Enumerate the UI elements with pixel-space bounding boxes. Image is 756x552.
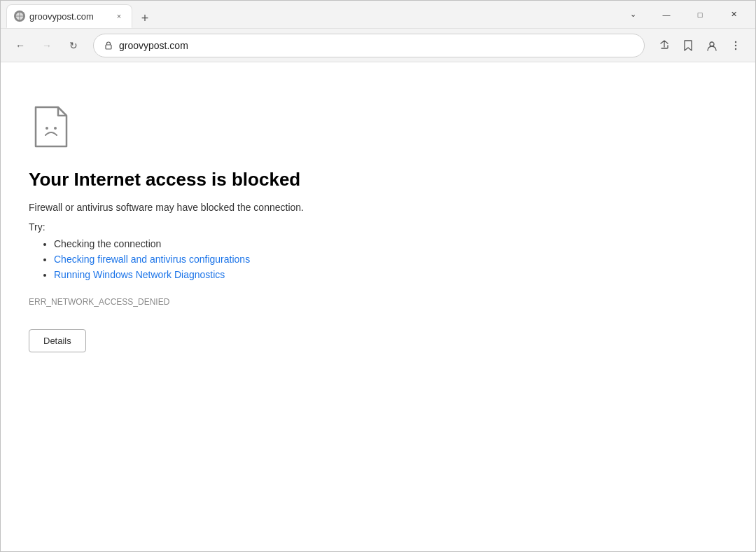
menu-button[interactable] bbox=[724, 34, 747, 57]
new-tab-button[interactable]: + bbox=[135, 8, 155, 28]
forward-button[interactable]: → bbox=[36, 34, 58, 57]
list-item: Checking the connection bbox=[54, 238, 727, 249]
svg-point-6 bbox=[735, 41, 736, 42]
chevron-button[interactable]: ⌄ bbox=[617, 4, 649, 26]
firewall-link[interactable]: Checking firewall and antivirus configur… bbox=[54, 254, 250, 265]
error-subtitle: Firewall or antivirus software may have … bbox=[29, 202, 727, 213]
tab-area: groovypost.com × + bbox=[6, 1, 617, 28]
tab-title-text: groovypost.com bbox=[29, 11, 109, 22]
page-content: Your Internet access is blocked Firewall… bbox=[1, 62, 755, 551]
address-bar[interactable]: groovypost.com bbox=[93, 34, 645, 57]
tab-favicon bbox=[14, 11, 25, 22]
profile-button[interactable] bbox=[701, 34, 723, 57]
tab-close-button[interactable]: × bbox=[113, 11, 125, 22]
try-label: Try: bbox=[29, 221, 727, 233]
active-tab[interactable]: groovypost.com × bbox=[6, 4, 132, 28]
nav-action-buttons bbox=[653, 34, 747, 57]
suggestion-text: Checking the connection bbox=[54, 238, 161, 249]
url-text: groovypost.com bbox=[119, 40, 634, 51]
svg-point-5 bbox=[710, 42, 714, 46]
bookmark-button[interactable] bbox=[677, 34, 699, 57]
back-button[interactable]: ← bbox=[9, 34, 31, 57]
error-title: Your Internet access is blocked bbox=[29, 169, 727, 191]
navigation-bar: ← → ↻ groovypost.com bbox=[1, 29, 755, 62]
diagnostics-link[interactable]: Running Windows Network Diagnostics bbox=[54, 269, 225, 280]
lock-icon bbox=[104, 41, 113, 50]
svg-point-8 bbox=[735, 48, 736, 49]
svg-point-9 bbox=[46, 127, 48, 130]
svg-marker-4 bbox=[685, 41, 692, 50]
browser-window: groovypost.com × + ⌄ — □ ✕ ← → ↻ groovyp… bbox=[0, 0, 756, 552]
window-controls: ⌄ — □ ✕ bbox=[617, 4, 750, 26]
suggestions-list: Checking the connection Checking firewal… bbox=[29, 238, 727, 280]
reload-button[interactable]: ↻ bbox=[62, 34, 85, 57]
minimize-button[interactable]: — bbox=[650, 4, 682, 26]
svg-point-7 bbox=[735, 44, 736, 46]
details-button[interactable]: Details bbox=[29, 329, 86, 352]
list-item: Checking firewall and antivirus configur… bbox=[54, 254, 727, 265]
close-button[interactable]: ✕ bbox=[718, 4, 750, 26]
error-icon bbox=[29, 104, 74, 149]
list-item: Running Windows Network Diagnostics bbox=[54, 269, 727, 280]
error-code: ERR_NETWORK_ACCESS_DENIED bbox=[29, 297, 727, 307]
share-button[interactable] bbox=[653, 34, 676, 57]
title-bar: groovypost.com × + ⌄ — □ ✕ bbox=[1, 1, 755, 29]
svg-point-10 bbox=[54, 127, 57, 130]
maximize-button[interactable]: □ bbox=[684, 4, 716, 26]
svg-rect-3 bbox=[106, 45, 111, 49]
